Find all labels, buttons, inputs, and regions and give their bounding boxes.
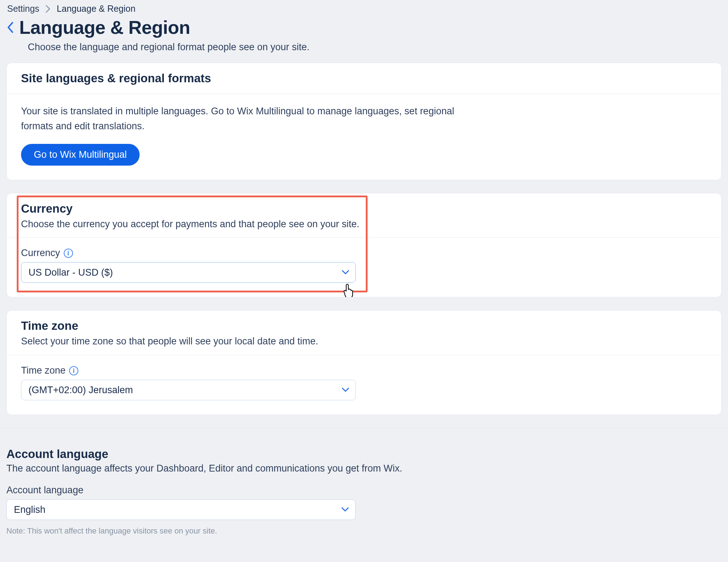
page-title: Language & Region	[19, 17, 190, 38]
account-language-title: Account language	[6, 447, 722, 461]
card-body-site-languages: Your site is translated in multiple lang…	[21, 104, 477, 134]
card-desc-currency: Choose the currency you accept for payme…	[21, 218, 707, 231]
account-language-desc: The account language affects your Dashbo…	[6, 463, 722, 474]
currency-field-label: Currency	[21, 248, 60, 259]
back-arrow-icon[interactable]	[7, 21, 14, 33]
currency-select[interactable]: US Dollar - USD ($)	[21, 262, 356, 283]
chevron-down-icon	[342, 270, 349, 275]
timezone-select[interactable]: (GMT+02:00) Jerusalem	[21, 380, 356, 400]
page-subtitle: Choose the language and regional format …	[0, 38, 728, 63]
info-icon[interactable]: i	[69, 366, 78, 375]
breadcrumb-current: Language & Region	[57, 4, 135, 14]
go-to-multilingual-button[interactable]: Go to Wix Multilingual	[21, 144, 140, 166]
account-language-select[interactable]: English	[6, 499, 355, 520]
info-icon[interactable]: i	[64, 249, 73, 258]
chevron-down-icon	[342, 387, 349, 392]
currency-select-value: US Dollar - USD ($)	[28, 267, 113, 278]
account-language-field-label: Account language	[6, 485, 83, 496]
account-language-section: Account language The account language af…	[0, 428, 728, 536]
card-site-languages: Site languages & regional formats Your s…	[6, 63, 722, 180]
breadcrumb: Settings Language & Region	[0, 0, 728, 15]
card-currency: Currency Choose the currency you accept …	[6, 193, 722, 298]
card-timezone: Time zone Select your time zone so that …	[6, 310, 722, 415]
account-language-select-value: English	[14, 504, 46, 515]
card-title-timezone: Time zone	[21, 319, 707, 333]
chevron-down-icon	[342, 507, 349, 512]
timezone-field-label: Time zone	[21, 365, 66, 376]
account-language-note: Note: This won't affect the language vis…	[6, 526, 722, 536]
chevron-right-icon	[46, 5, 50, 13]
breadcrumb-settings-link[interactable]: Settings	[7, 4, 39, 14]
card-title-currency: Currency	[21, 202, 707, 215]
card-title-site-languages: Site languages & regional formats	[21, 72, 707, 85]
card-desc-timezone: Select your time zone so that people wil…	[21, 335, 707, 348]
timezone-select-value: (GMT+02:00) Jerusalem	[28, 385, 133, 396]
